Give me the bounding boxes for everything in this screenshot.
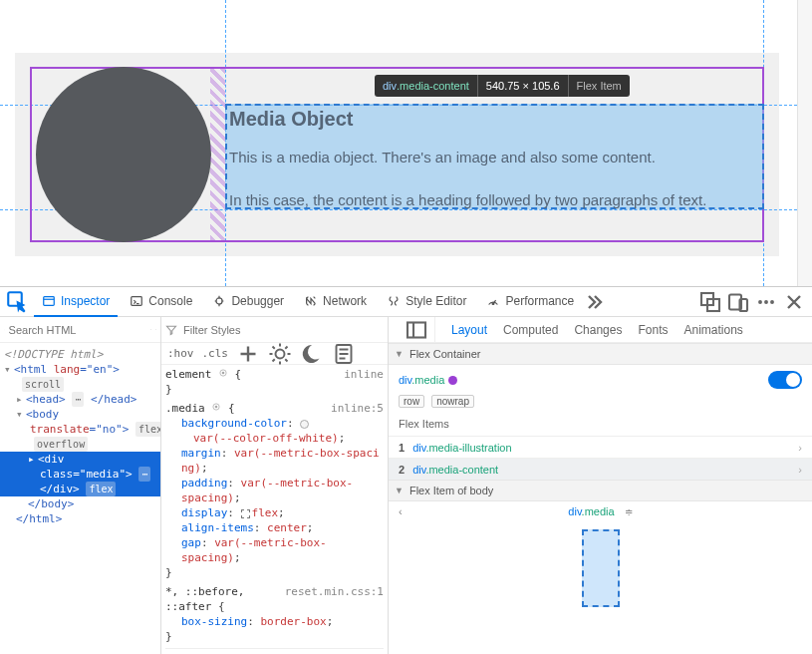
kebab-icon[interactable] [754,290,778,314]
rule-sel-media: .media { [165,402,235,415]
media-p1: This is a media object. There's an image… [229,149,656,165]
overflow-badge[interactable]: overflow [34,437,88,452]
devtools: Inspector Console Debugger Network Style… [0,286,812,654]
dom-tree[interactable]: <!DOCTYPE html> ▾<html lang="en"> scroll… [0,343,160,654]
rdm-icon[interactable] [726,290,750,314]
svg-rect-1 [44,296,55,305]
overlay-color-swatch[interactable] [448,376,457,385]
tab-console-label: Console [148,294,192,308]
add-node-icon[interactable] [150,318,151,342]
light-scheme-icon[interactable] [268,342,292,366]
overflow-tabs-icon[interactable] [586,290,610,314]
svg-point-4 [493,302,495,304]
devtools-toolbar: Inspector Console Debugger Network Style… [0,287,812,317]
flex-item-2[interactable]: 2 div.media-content › [389,458,812,480]
scroll-badge[interactable]: scroll [22,377,64,392]
tab-inspector-label: Inspector [61,294,110,308]
sidebar-toggle-icon[interactable] [405,318,428,342]
flex-gap-hatch [210,69,225,240]
rule-src-inline5[interactable]: inline:5 [331,401,384,416]
flex-item-preview [389,521,812,609]
side-tabs: Layout Computed Changes Fonts Animations [389,317,812,343]
svg-point-9 [758,300,762,304]
tab-style-label: Style Editor [406,294,466,308]
chevron-right-icon: › [798,442,802,454]
side-tab-fonts[interactable]: Fonts [638,323,668,337]
dom-body-close[interactable]: </body> [0,496,160,511]
rules-panel: :hov .cls inline element { } inline:5 .m… [161,317,389,654]
eyedrop-icon[interactable] [155,318,156,342]
close-devtools-icon[interactable] [782,290,806,314]
filter-styles-input[interactable] [183,324,384,336]
media-illustration [36,67,211,242]
rule-sel-element: element { [165,368,241,381]
tab-debugger[interactable]: Debugger [204,287,292,317]
tab-performance[interactable]: Performance [478,287,582,317]
tab-inspector[interactable]: Inspector [34,287,118,317]
svg-rect-19 [407,322,425,337]
pick-element-icon[interactable] [6,290,30,314]
rule-src-inline[interactable]: inline [344,367,384,382]
dom-doctype[interactable]: <!DOCTYPE html> [0,347,160,362]
rule-src-reset[interactable]: reset.min.css:1 [285,584,384,599]
element-tooltip: div.media-content 540.75 × 105.6 Flex It… [375,75,630,97]
chip-nowrap: nowrap [431,395,474,408]
dom-head[interactable]: ▸<head> ⋯ </head> [0,392,160,407]
svg-point-11 [770,300,774,304]
flex-item-nav[interactable]: div.media [568,505,614,517]
rule-sel-star: *, ::before, ::after [165,585,244,613]
tooltip-kind: Flex Item [568,75,630,97]
side-tab-animations[interactable]: Animations [683,323,742,337]
flex-item-1[interactable]: 1 div.media-illustration › [389,436,812,458]
side-tab-layout[interactable]: Layout [451,323,487,337]
new-rule-icon[interactable] [236,342,260,366]
side-tab-computed[interactable]: Computed [503,323,558,337]
search-icon [4,324,5,336]
tooltip-tag: div [383,80,397,92]
dom-selected-div[interactable]: ▸<div [0,452,160,467]
preview-scrollbar[interactable] [797,0,812,286]
media-p2: In this case, the content is a heading f… [229,191,706,208]
tab-network-label: Network [323,294,367,308]
tab-console[interactable]: Console [122,287,200,317]
back-icon[interactable]: ‹ [399,505,403,517]
dom-search-row [0,317,160,343]
tab-style-editor[interactable]: Style Editor [379,287,474,317]
media-title: Media Object [229,108,353,131]
tooltip-class: .media-content [397,80,469,92]
tooltip-dims: 540.75 × 105.6 [477,75,568,97]
iframe-picker-icon[interactable] [698,290,722,314]
chip-row: row [399,395,424,408]
tab-network[interactable]: Network [296,287,375,317]
color-swatch[interactable] [300,420,309,429]
svg-point-10 [764,300,768,304]
rules-body[interactable]: inline element { } inline:5 .media { bac… [161,365,388,654]
chevron-right-icon: › [798,464,802,476]
flex-swatch[interactable] [241,509,250,518]
overlay-toggle[interactable] [768,371,802,389]
flex-badge[interactable]: flex [135,422,160,437]
acc-flex-item[interactable]: ▼Flex Item of body [389,480,812,501]
inherited-from: Inherited from body [165,648,384,654]
hov-toggle[interactable]: :hov [167,347,194,360]
page-preview: Media Object This is a media object. The… [0,0,812,286]
dom-html-close[interactable]: </html> [0,511,160,526]
acc-flex-container[interactable]: ▼Flex Container [389,343,812,365]
dom-html[interactable]: ▾<html lang="en"> [0,362,160,377]
dark-scheme-icon[interactable] [300,342,324,366]
container-sel[interactable]: div.media [399,374,444,386]
dom-search-input[interactable] [9,324,146,336]
layout-panel: Layout Computed Changes Fonts Animations… [389,317,812,654]
cls-toggle[interactable]: .cls [202,347,229,360]
filter-icon [165,324,177,336]
tab-debugger-label: Debugger [231,294,284,308]
print-sim-icon[interactable] [332,342,356,366]
svg-point-16 [222,372,224,374]
side-tab-changes[interactable]: Changes [574,323,622,337]
flex-badge-2[interactable]: flex [86,482,116,496]
tab-perf-label: Performance [505,294,574,308]
svg-point-13 [276,349,285,358]
dom-panel: <!DOCTYPE html> ▾<html lang="en"> scroll… [0,317,161,654]
flex-items-heading: Flex Items [399,418,802,430]
dom-body[interactable]: ▾<body [0,407,160,422]
